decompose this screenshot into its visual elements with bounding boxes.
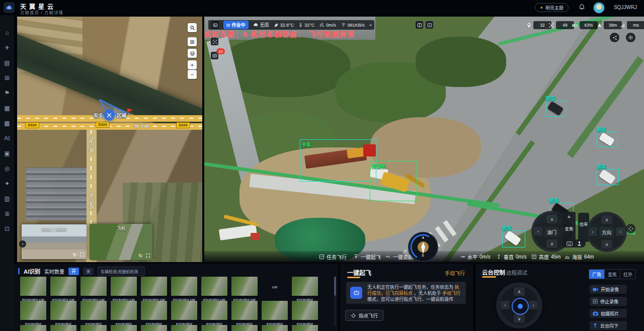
detection-thumbnail[interactable]: [231, 325, 258, 331]
detection-thumbnail[interactable]: [201, 277, 227, 296]
compass[interactable]: S: [410, 233, 437, 261]
detection-thumbnail[interactable]: [20, 325, 46, 331]
direction-joystick[interactable]: ∧ ∨ ‹ › 方向: [587, 212, 627, 252]
mission-flight-button[interactable]: 任务飞行: [319, 253, 347, 261]
gimbal-left-button[interactable]: ‹: [501, 301, 510, 309]
sidebar-item-home[interactable]: ⌂: [0, 25, 14, 40]
detection-thumbnail[interactable]: [262, 301, 288, 320]
keyboard-icon[interactable]: [567, 241, 573, 246]
sidebar-item-network[interactable]: ▩: [0, 116, 14, 131]
collapse-arrow-icon[interactable]: ◂: [369, 23, 371, 27]
gimbal-point-down-button[interactable]: 云台向下: [590, 321, 627, 330]
detection-thumbnail[interactable]: [80, 301, 107, 320]
mode-wide-angle[interactable]: 广角: [589, 270, 605, 279]
detection-thumbnail[interactable]: [201, 301, 227, 320]
scrollbar-thumb[interactable]: [334, 277, 336, 296]
sidebar-item-journal[interactable]: ⊡: [0, 221, 14, 236]
detection-thumbnail[interactable]: [262, 325, 288, 331]
manual-flight-link[interactable]: 手动飞行: [445, 269, 465, 277]
one-key-takeoff-button[interactable]: 一键起飞: [353, 253, 381, 261]
detection-thumbnail[interactable]: [141, 325, 167, 331]
detection-thumbnail[interactable]: [171, 301, 197, 320]
settings-button[interactable]: [626, 33, 635, 42]
player-icon[interactable]: [426, 21, 433, 29]
gimbal-right-button[interactable]: ›: [529, 301, 538, 309]
plus-icon[interactable]: +: [568, 214, 571, 220]
detection-thumbnail[interactable]: [292, 325, 318, 331]
ai-toggle-off[interactable]: 关: [83, 268, 94, 275]
capture-icon[interactable]: [211, 21, 219, 29]
share-button[interactable]: [610, 33, 619, 42]
frame-capture-icon[interactable]: [211, 38, 218, 45]
move-expand-icon[interactable]: [626, 224, 635, 233]
detection-thumbnail[interactable]: [20, 301, 46, 320]
mode-infrared[interactable]: 红外: [620, 270, 635, 279]
ai-result-item: excavator: [50, 301, 76, 326]
joystick-icon[interactable]: [577, 241, 582, 246]
chevron-left-icon[interactable]: ‹: [534, 227, 542, 235]
detection-thumbnail[interactable]: [171, 325, 197, 331]
detection-thumbnail[interactable]: [171, 277, 197, 296]
sidebar-item-apps[interactable]: ⊞: [0, 70, 14, 86]
gimbal-center-button[interactable]: [512, 298, 529, 315]
sidebar-item-drone[interactable]: ✈: [0, 40, 14, 55]
drone-marker[interactable]: [104, 110, 115, 121]
detection-thumbnail[interactable]: [80, 325, 107, 331]
sidebar-item-tasks[interactable]: ≣: [0, 206, 14, 221]
chevron-down-icon[interactable]: ∨: [546, 239, 557, 248]
gimbal-down-button[interactable]: ∨: [514, 314, 525, 323]
detection-thumbnail[interactable]: [80, 277, 107, 296]
avatar[interactable]: [593, 2, 605, 14]
chevron-right-icon[interactable]: ›: [616, 227, 625, 236]
detection-thumbnail[interactable]: [141, 301, 167, 320]
detection-thumbnail[interactable]: [292, 301, 318, 320]
tab-remote-debug[interactable]: 远程调试: [506, 269, 527, 276]
app-logo[interactable]: [4, 2, 15, 13]
ai-result-item: excavator: [111, 301, 137, 326]
chevron-up-icon[interactable]: ∧: [546, 215, 557, 223]
stop-record-button[interactable]: 停止录像: [590, 297, 627, 306]
detection-thumbnail[interactable]: [20, 277, 46, 296]
sidebar-item-analytics[interactable]: ▥: [0, 191, 14, 206]
mountain-icon: [565, 254, 570, 260]
mode-zoom[interactable]: 变焦: [605, 270, 620, 279]
chevron-up-icon[interactable]: ∧: [601, 215, 612, 224]
sidebar-item-dock[interactable]: ▤: [0, 55, 14, 70]
sidebar-item-route[interactable]: ⚑: [0, 86, 14, 101]
theme-toggle[interactable]: ☀ 明亮主题: [535, 3, 569, 12]
point-flight-button[interactable]: 指点飞行: [345, 310, 383, 321]
return-home-button[interactable]: 一键返航: [385, 253, 413, 261]
detection-thumbnail[interactable]: [231, 277, 258, 296]
map-panel[interactable]: 安全 区域 S324 S324 S324 青沭路 沭河路 沭河路 ⊞ + − 视…: [17, 17, 202, 262]
detection-thumbnail[interactable]: [111, 277, 137, 296]
chevron-left-icon[interactable]: ‹: [589, 227, 597, 236]
detection-label-sedan: 轿车: [546, 95, 555, 102]
detection-thumbnail[interactable]: [292, 277, 318, 296]
detection-thumbnail[interactable]: [111, 301, 137, 320]
tab-one-key-takeoff[interactable]: 一键起飞: [347, 268, 371, 277]
ai-result-item: [262, 325, 288, 331]
ai-toggle-on[interactable]: 开: [68, 268, 79, 275]
sidebar-item-files[interactable]: ▣: [0, 146, 14, 161]
start-record-button[interactable]: 开始录像: [590, 285, 627, 294]
sidebar-item-ai[interactable]: AI: [0, 131, 14, 146]
take-photo-button[interactable]: 拍摄照片: [590, 309, 627, 318]
tab-gimbal-control[interactable]: 云台控制: [482, 268, 505, 276]
sidebar-item-cert[interactable]: ◎: [0, 161, 14, 176]
detection-thumbnail[interactable]: [111, 325, 137, 331]
detection-thumbnail[interactable]: [231, 301, 258, 320]
sidebar-item-media[interactable]: ▦: [0, 101, 14, 116]
breadcrumb[interactable]: 方舱首页 / 方舱详情: [20, 9, 63, 15]
detection-thumbnail[interactable]: [50, 325, 76, 331]
sidebar-item-report[interactable]: ✦: [0, 176, 14, 191]
video-feed[interactable]: 卡车 挖掘机 轿车 轿车 轿车 轿车 轿车 ▤ 作业中 无雨: [204, 17, 644, 262]
gimbal-up-button[interactable]: ∧: [514, 287, 525, 296]
detection-filter-select[interactable]: 车辆检测,挖掘机检测: [98, 267, 145, 276]
chevron-down-icon[interactable]: ∨: [601, 240, 612, 249]
detection-thumbnail[interactable]: [141, 277, 167, 296]
detection-thumbnail[interactable]: [50, 301, 76, 320]
notification-bell-icon[interactable]: [578, 4, 586, 12]
split-view-icon[interactable]: [416, 21, 423, 29]
detection-thumbnail[interactable]: [201, 325, 227, 331]
detection-thumbnail[interactable]: [50, 277, 76, 296]
